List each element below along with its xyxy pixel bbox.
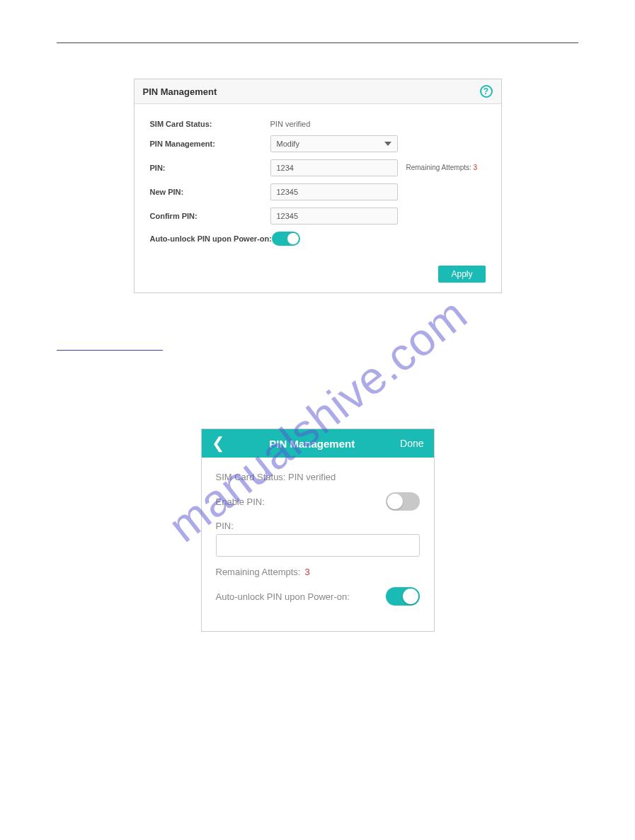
- pin-mgmt-row: PIN Management: Modify: [150, 135, 486, 152]
- pin-input[interactable]: 1234: [270, 159, 398, 176]
- mobile-pin-input[interactable]: [216, 534, 420, 557]
- confirm-pin-input[interactable]: 12345: [270, 208, 398, 225]
- auto-unlock-toggle[interactable]: [272, 232, 300, 246]
- done-button[interactable]: Done: [400, 438, 423, 449]
- pin-mgmt-select[interactable]: Modify: [270, 135, 398, 152]
- sim-status-value: PIN verified: [270, 120, 398, 128]
- chevron-down-icon: [384, 142, 391, 146]
- remaining-label: Remaining Attempts:: [406, 164, 471, 171]
- new-pin-value: 12345: [277, 188, 299, 196]
- pin-management-panel-desktop: PIN Management ? SIM Card Status: PIN ve…: [134, 79, 502, 293]
- auto-unlock-label: Auto-unlock PIN upon Power-on:: [150, 234, 272, 243]
- new-pin-row: New PIN: 12345: [150, 183, 486, 200]
- auto-unlock-row: Auto-unlock PIN upon Power-on:: [150, 232, 486, 246]
- panel-title: PIN Management: [143, 86, 217, 97]
- confirm-pin-value: 12345: [277, 212, 299, 220]
- panel-body: SIM Card Status: PIN verified PIN Manage…: [135, 104, 501, 261]
- mobile-sim-status: SIM Card Status: PIN verified: [216, 472, 420, 482]
- mobile-enable-pin-row: Enable PIN:: [216, 492, 420, 511]
- confirm-pin-row: Confirm PIN: 12345: [150, 208, 486, 225]
- mobile-auto-unlock-toggle[interactable]: [386, 587, 420, 606]
- mobile-remaining-row: Remaining Attempts: 3: [216, 567, 420, 577]
- sim-status-label: SIM Card Status:: [150, 120, 270, 128]
- panel-header: PIN Management ?: [135, 79, 501, 104]
- mobile-body: SIM Card Status: PIN verified Enable PIN…: [202, 458, 434, 631]
- mobile-pin-label: PIN:: [216, 521, 420, 531]
- pin-row: PIN: 1234 Remaining Attempts: 3: [150, 159, 486, 176]
- mobile-remaining-label: Remaining Attempts:: [216, 567, 301, 577]
- new-pin-input[interactable]: 12345: [270, 183, 398, 200]
- confirm-pin-label: Confirm PIN:: [150, 212, 270, 220]
- pin-management-panel-mobile: ❮ PIN Management Done SIM Card Status: P…: [201, 428, 435, 632]
- section-underline: [57, 350, 163, 351]
- apply-button[interactable]: Apply: [438, 266, 485, 283]
- mobile-enable-pin-label: Enable PIN:: [216, 496, 265, 507]
- pin-value: 1234: [277, 164, 294, 172]
- pin-label: PIN:: [150, 164, 270, 172]
- mobile-auto-unlock-row: Auto-unlock PIN upon Power-on:: [216, 587, 420, 606]
- mobile-header: ❮ PIN Management Done: [202, 429, 434, 458]
- back-icon[interactable]: ❮: [212, 436, 224, 451]
- new-pin-label: New PIN:: [150, 188, 270, 196]
- page-divider: [57, 42, 578, 43]
- button-row: Apply: [135, 261, 501, 293]
- pin-mgmt-label: PIN Management:: [150, 140, 270, 148]
- sim-status-row: SIM Card Status: PIN verified: [150, 120, 486, 128]
- enable-pin-toggle[interactable]: [386, 492, 420, 511]
- mobile-remaining-value: 3: [304, 567, 309, 577]
- remaining-value: 3: [474, 164, 478, 171]
- remaining-attempts: Remaining Attempts: 3: [406, 164, 478, 172]
- help-icon[interactable]: ?: [480, 85, 493, 98]
- mobile-title: PIN Management: [224, 438, 401, 450]
- pin-mgmt-value: Modify: [277, 140, 299, 148]
- mobile-auto-unlock-label: Auto-unlock PIN upon Power-on:: [216, 591, 350, 602]
- mobile-pin-row: PIN:: [216, 521, 420, 557]
